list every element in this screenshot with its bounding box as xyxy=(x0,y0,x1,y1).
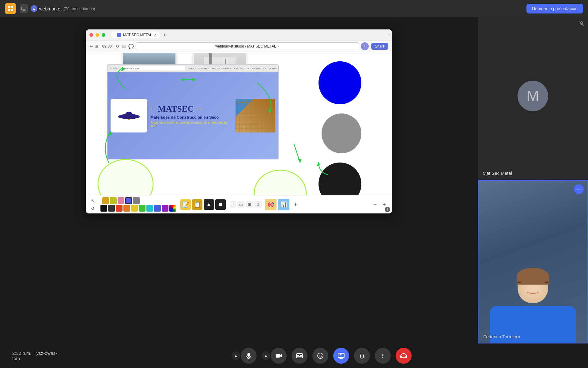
zoom-minus-button[interactable]: − xyxy=(373,201,377,208)
new-tab-button[interactable]: + xyxy=(163,32,166,38)
text-tools: T ▭ ⊞ ☺ xyxy=(230,201,262,208)
presentation-area: MAT SEC METAL ✕ + ··· ⬅ ⊞ 03:00 ⟳ ⊡ 💬 we… xyxy=(0,17,478,343)
zoom-plus-button[interactable]: + xyxy=(383,201,386,208)
captions-button[interactable] xyxy=(292,348,307,364)
matsec-logo-area xyxy=(111,99,147,132)
color-orange[interactable] xyxy=(123,205,130,212)
shape-tools: 📝 📋 ▲ ■ xyxy=(180,199,226,210)
matsec-brand-arrows: ⟵ MATSEC ⟶ xyxy=(150,104,232,114)
svg-rect-0 xyxy=(8,6,10,8)
color-swatch[interactable] xyxy=(133,197,140,204)
service-label: w webmarket (Tú, presentando) xyxy=(31,5,95,12)
shape-filled-black[interactable]: ▲ xyxy=(204,199,214,210)
present-button[interactable] xyxy=(333,348,349,364)
hand-tool[interactable]: ↺ xyxy=(89,205,96,212)
main-area: MAT SEC METAL ✕ + ··· ⬅ ⊞ 03:00 ⟳ ⊡ 💬 we… xyxy=(0,17,588,343)
color-red[interactable] xyxy=(116,205,123,212)
browser-window: MAT SEC METAL ✕ + ··· ⬅ ⊞ 03:00 ⟳ ⊡ 💬 we… xyxy=(86,29,392,213)
nav-icon[interactable]: ⬅ xyxy=(89,44,93,49)
matsec-main-content: ⟵ MATSEC ⟶ Materiales de Construcción en… xyxy=(107,72,278,159)
camera-chevron-up[interactable]: ▲ xyxy=(262,351,270,360)
color-purple[interactable] xyxy=(162,205,168,212)
svg-point-36 xyxy=(319,355,319,355)
meeting-controls: ▲ ▲ xyxy=(67,348,576,364)
participant-more-options[interactable]: ··· xyxy=(574,184,584,194)
color-yellow[interactable] xyxy=(131,205,138,212)
color-blue[interactable] xyxy=(154,205,161,212)
color-black[interactable] xyxy=(100,205,107,212)
color-swatch-active[interactable] xyxy=(125,197,132,204)
matsec-website: ← → ⟳ matsecmetal.com INICIO GALERÍA PRO… xyxy=(107,64,279,159)
participant-federico-video xyxy=(478,181,587,343)
participants-panel: M Mat Sec Metal xyxy=(478,17,588,343)
color-palette-top xyxy=(102,197,174,204)
reactions-button[interactable] xyxy=(312,348,328,364)
svg-rect-25 xyxy=(247,353,250,357)
toolbar-icon-3[interactable]: 💬 xyxy=(128,44,134,49)
text-tool[interactable]: T xyxy=(230,201,236,208)
svg-point-9 xyxy=(127,113,131,116)
color-rainbow[interactable] xyxy=(169,205,176,212)
svg-marker-29 xyxy=(280,354,282,357)
sticker-2[interactable]: 📊 xyxy=(278,199,289,210)
sticker-1[interactable]: 🎯 xyxy=(265,199,277,210)
tools-icon[interactable]: ⊞ xyxy=(95,44,98,48)
toolbar-icon-2[interactable]: ⊡ xyxy=(122,44,126,49)
svg-rect-4 xyxy=(22,7,26,10)
color-green[interactable] xyxy=(139,205,145,212)
browser-menu-dots[interactable]: ··· xyxy=(384,32,388,38)
matsec-nav: ← → ⟳ matsecmetal.com INICIO GALERÍA PRO… xyxy=(107,65,278,72)
add-tool-button[interactable]: + xyxy=(294,201,297,208)
camera-button[interactable] xyxy=(271,348,287,364)
stop-presentation-button[interactable]: Detener la presentación xyxy=(526,4,583,13)
presenting-label: (Tú, presentando) xyxy=(63,6,95,11)
service-name: webmarket xyxy=(39,6,62,11)
maximize-dot[interactable] xyxy=(102,33,105,37)
color-cyan[interactable] xyxy=(146,205,153,212)
color-dark[interactable] xyxy=(108,205,115,212)
end-call-button[interactable] xyxy=(396,348,412,364)
svg-rect-3 xyxy=(11,9,13,11)
browser-content: ← → ⟳ matsecmetal.com INICIO GALERÍA PRO… xyxy=(86,52,392,213)
participant-matsec: M Mat Sec Metal xyxy=(478,17,588,180)
sticky-note-yellow[interactable]: 📝 xyxy=(180,199,191,210)
color-circle-gray xyxy=(322,113,361,153)
svg-rect-38 xyxy=(338,353,344,358)
svg-point-37 xyxy=(321,355,322,355)
svg-point-42 xyxy=(382,354,383,355)
svg-point-43 xyxy=(382,355,383,356)
shape-filled-black-rect[interactable]: ■ xyxy=(215,199,226,210)
share-button[interactable]: Share xyxy=(371,43,388,50)
participant-matsec-avatar: M xyxy=(518,81,548,111)
mic-button[interactable] xyxy=(241,348,257,364)
minimize-dot[interactable] xyxy=(96,33,99,37)
tool-column: ↖ ↺ xyxy=(89,197,96,212)
more-options-button[interactable] xyxy=(375,348,391,364)
svg-point-35 xyxy=(318,353,323,358)
color-swatch[interactable] xyxy=(118,197,124,204)
whiteboard-toolbar: ↖ ↺ xyxy=(86,195,392,213)
rect-tool[interactable]: ▭ xyxy=(237,201,245,208)
emoji-tool[interactable]: ☺ xyxy=(254,201,262,208)
toolbar-icon-1[interactable]: ⟳ xyxy=(116,44,120,49)
share-screen-icon[interactable] xyxy=(20,4,28,13)
matsec-title: MATSEC xyxy=(158,104,194,114)
raise-hand-button[interactable] xyxy=(354,348,370,364)
browser-favicon xyxy=(117,33,121,37)
help-button[interactable]: ? xyxy=(385,207,390,212)
matsec-description: Todas las soluciones para la construcció… xyxy=(150,121,232,128)
participant-federico: ··· Federico Tortolero xyxy=(478,180,588,343)
mic-chevron-up[interactable]: ▲ xyxy=(232,351,240,360)
select-tool[interactable]: ↖ xyxy=(89,197,96,204)
svg-marker-41 xyxy=(340,354,342,355)
svg-rect-46 xyxy=(405,356,407,358)
sticky-note-dark[interactable]: 📋 xyxy=(192,199,202,210)
color-swatch[interactable] xyxy=(110,197,117,204)
close-dot[interactable] xyxy=(89,33,93,37)
url-bar[interactable]: webmarket.studio / MAT SEC METAL ▾ xyxy=(136,42,358,50)
svg-marker-21 xyxy=(317,163,321,166)
tab-close-icon[interactable]: ✕ xyxy=(154,33,156,36)
table-tool[interactable]: ⊞ xyxy=(246,201,253,208)
color-swatch[interactable] xyxy=(102,197,109,204)
whiteboard-canvas[interactable]: ← → ⟳ matsecmetal.com INICIO GALERÍA PRO… xyxy=(86,52,392,195)
